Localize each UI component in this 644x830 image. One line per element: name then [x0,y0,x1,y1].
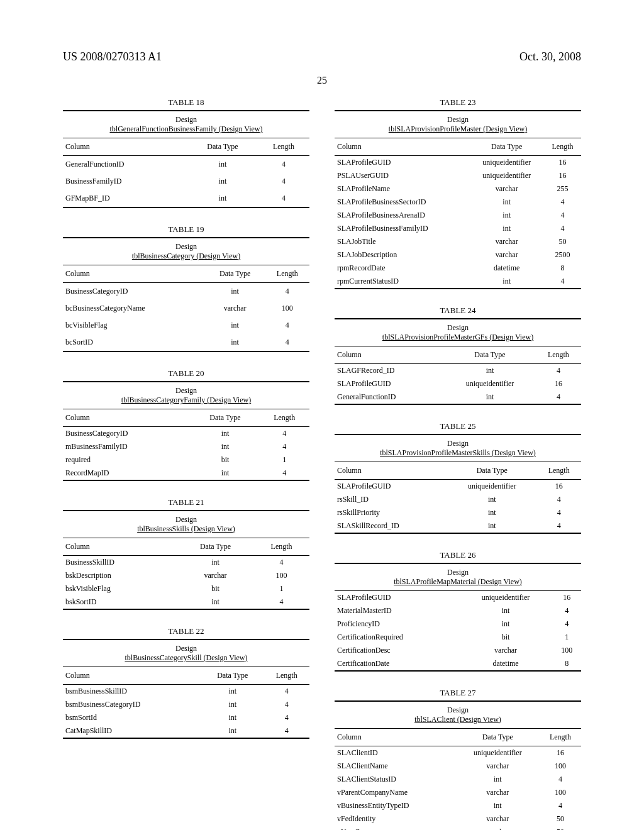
table-block: TABLE 22DesigntblBusinessCategorySkill (… [63,626,309,739]
cell-data-type: int [444,364,536,378]
design-label: Design [335,702,581,715]
cell-length: 4 [544,196,581,209]
cell-data-type: int [191,427,260,441]
table-subtitle: tblSLAProvisionProfileMaster (Design Vie… [335,124,581,138]
cell-data-type: datetime [469,262,544,275]
table-subtitle: tblBusinessSkills (Design View) [63,524,309,538]
table-row: CatMapSkillIDint4 [63,724,309,738]
cell-data-type: varchar [469,235,544,248]
table-number: TABLE 24 [335,306,581,316]
table-row: BusinessCategoryIDint4 [63,283,309,301]
cell-data-type: int [456,773,540,786]
table-row: bsmSortIdint4 [63,711,309,724]
cell-column-name: SLAJobTitle [335,235,469,248]
cell-length: 4 [536,506,581,519]
cell-length: 16 [536,480,581,494]
cell-column-name: SLAProfileGUID [335,377,444,390]
table-row: vYearCorpvarchar50 [335,826,581,830]
table-number: TABLE 18 [63,97,309,108]
table-row: bsmBusinessCategoryIDint4 [63,698,309,711]
cell-column-name: rsSkill_ID [335,493,447,506]
table-row: SLAProfileGUIDuniqueidentifier16 [335,591,581,604]
column-header-length: Length [544,138,581,156]
table-row: bcBusinessCategoryNamevarchar100 [63,300,309,317]
table-block: TABLE 24DesigntblSLAProvisionProfileMast… [335,306,581,405]
cell-length: 4 [265,334,309,351]
cell-column-name: GeneralFunctionID [335,390,444,404]
table-row: ProficiencyIDint4 [335,617,581,631]
cell-column-name: SLAProfileGUID [335,156,469,170]
table-row: rpmCurrentStatusIDint4 [335,275,581,288]
cell-column-name: SLAClientName [335,760,456,773]
table-block: TABLE 26DesigntblSLAProfileMapMaterial (… [335,550,581,672]
cell-length: 4 [536,390,581,404]
cell-data-type: int [191,467,260,480]
cell-length: 4 [540,773,581,786]
cell-data-type: varchar [177,569,253,582]
publication-number: US 2008/0270313 A1 [63,50,162,64]
cell-length: 1 [253,582,309,595]
cell-length: 100 [540,760,581,773]
cell-length: 4 [544,222,581,235]
cell-column-name: SLAClientID [335,746,456,760]
column-header-length: Length [259,409,309,427]
table-row: SLAProfileGUIDuniqueidentifier16 [335,156,581,170]
column-header-data-type: Data Type [201,667,264,685]
cell-data-type: varchar [456,812,540,826]
design-label: Design [335,319,581,333]
table-row: SLAProfileBusinessArenaIDint4 [335,209,581,222]
cell-length: 50 [540,826,581,830]
cell-length: 2500 [544,248,581,262]
table-row: BusinessFamilyIDint4 [63,173,309,190]
table-row: RecordMapIDint4 [63,467,309,480]
table-number: TABLE 21 [63,497,309,507]
column-header-data-type: Data Type [456,729,540,746]
cell-length: 4 [253,595,309,609]
cell-length: 4 [258,173,309,190]
table-row: SLAClientNamevarchar100 [335,760,581,773]
cell-column-name: vFedIdentity [335,812,456,826]
cell-column-name: rpmCurrentStatusID [335,275,469,288]
cell-data-type: int [201,685,264,699]
table-row: SLAProfileNamevarchar255 [335,182,581,196]
cell-data-type: datetime [459,657,553,670]
table-subtitle: tblSLAProfileMapMaterial (Design View) [335,577,581,590]
cell-length: 1 [259,453,309,467]
cell-column-name: bskVisibleFlag [63,582,177,595]
column-header-length: Length [253,538,309,556]
table-block: TABLE 18DesigntblGeneralFunctionBusiness… [63,97,309,208]
cell-column-name: bskSortID [63,595,177,609]
column-header-column: Column [335,346,444,364]
table-block: TABLE 21DesigntblBusinessSkills (Design … [63,497,309,610]
column-header-data-type: Data Type [191,409,260,427]
table-subtitle: tblBusinessCategory (Design View) [63,252,309,265]
table-row: SLAProfileGUIDuniqueidentifier16 [335,377,581,390]
cell-data-type: uniqueidentifier [456,746,540,760]
cell-data-type: int [447,506,536,519]
table-number: TABLE 19 [63,224,309,235]
cell-column-name: GFMapBF_ID [63,190,187,207]
cell-data-type: int [469,275,544,288]
cell-data-type: int [187,156,258,174]
cell-length: 255 [544,182,581,196]
cell-data-type: varchar [456,826,540,830]
table-row: rsSkill_IDint4 [335,493,581,506]
cell-column-name: BusinessCategoryID [63,283,205,301]
cell-data-type: uniqueidentifier [469,156,544,170]
cell-length: 8 [544,262,581,275]
cell-data-type: uniqueidentifier [444,377,536,390]
cell-data-type: int [187,173,258,190]
cell-column-name: BusinessSkillID [63,556,177,570]
cell-length: 100 [552,644,581,657]
cell-length: 16 [544,169,581,182]
cell-data-type: int [201,698,264,711]
cell-column-name: SLAProfileGUID [335,480,447,494]
table-row: bskDescriptionvarchar100 [63,569,309,582]
table-subtitle: tblBusinessCategorySkill (Design View) [63,653,309,667]
cell-column-name: bsmBusinessCategoryID [63,698,201,711]
cell-data-type: varchar [456,760,540,773]
table-row: SLAProfileGUIDuniqueidentifier16 [335,480,581,494]
cell-column-name: SLAGFRecord_ID [335,364,444,378]
cell-data-type: varchar [469,248,544,262]
column-header-length: Length [536,462,581,480]
